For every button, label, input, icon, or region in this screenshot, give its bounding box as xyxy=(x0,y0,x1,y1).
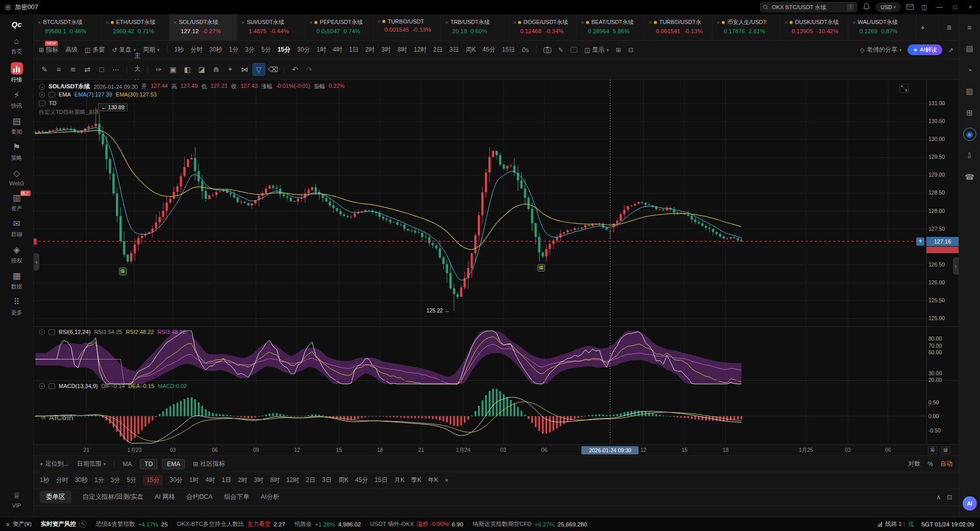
collapse-right-panel-handle[interactable]: › xyxy=(953,257,959,275)
ticker-tab-DOGE/USDT永续[interactable]: ×DOGE/USDT永续0.12468-0.34% xyxy=(509,14,577,40)
timeframe-30秒[interactable]: 30秒 xyxy=(209,45,222,54)
brush-tool-icon[interactable]: ✑ xyxy=(152,63,165,76)
close-tab-icon[interactable]: × xyxy=(445,20,448,25)
aicoin-logo[interactable]: Qc xyxy=(11,17,21,33)
ticker-tab-BTC/USDT永续[interactable]: ×BTC/USDT永续89580.10.46% xyxy=(34,14,102,40)
tab-list-icon[interactable]: ≣ xyxy=(939,14,959,40)
percent-scale-toggle[interactable]: % xyxy=(927,461,933,468)
risk-control-label[interactable]: 实时资产风控 ✎ xyxy=(41,520,87,528)
collapse-rsi-icon[interactable]: ⌄ xyxy=(39,329,45,335)
shape-tool-icon[interactable]: □ xyxy=(95,63,108,76)
edit-pencil-icon[interactable]: ✎ xyxy=(79,520,87,528)
ma-toggle[interactable]: MA xyxy=(122,461,132,468)
collapse-macd-icon[interactable]: ⌄ xyxy=(39,383,45,389)
timeframe-2时[interactable]: 2时 xyxy=(365,45,375,54)
timeframe-1分[interactable]: 1分 xyxy=(94,476,104,485)
timeframe-2日[interactable]: 2日 xyxy=(306,476,315,485)
expand-chart-icon[interactable] xyxy=(899,84,909,93)
sidebar-item-要闻[interactable]: ▤要闻 xyxy=(2,113,32,139)
zero-second-label[interactable]: 0s xyxy=(522,46,529,54)
timeframe-3分[interactable]: 3分 xyxy=(111,476,120,485)
more-tools-icon[interactable]: ⋯ xyxy=(109,63,122,76)
ai-robot-icon[interactable]: ◉ xyxy=(963,128,976,141)
panel-tab-合约DCA[interactable]: 合约DCA xyxy=(186,493,212,501)
time-axis[interactable]: 211月23030609121518211月2403061215181月2503… xyxy=(34,444,959,455)
timeframe-30分[interactable]: 30分 xyxy=(169,476,182,485)
status-metric[interactable]: OKX-BTC多空持仓人数比主力看空2.27 xyxy=(177,520,285,528)
sidebar-item-更多[interactable]: ⠿更多 xyxy=(2,294,32,320)
watchlist-icon[interactable]: ≡ xyxy=(963,20,976,34)
indicator-chip-EMA[interactable]: EMA xyxy=(162,459,185,469)
collapse-panel-icon[interactable]: ∧ xyxy=(936,493,941,501)
pin-tool-icon[interactable]: ⌖ xyxy=(224,63,237,76)
trendline-tool-icon[interactable]: ≡ xyxy=(52,63,65,76)
add-ticker-tab-button[interactable]: + xyxy=(916,14,929,40)
delete-drawing-icon[interactable]: ⌫ xyxy=(266,63,280,76)
link-tool-icon[interactable]: ⋈ xyxy=(238,63,251,76)
notifications-bell-icon[interactable] xyxy=(863,3,870,12)
panel-tab-自定义指标/回测/实盘[interactable]: 自定义指标/回测/实盘 xyxy=(83,493,143,501)
timeframe-15日[interactable]: 15日 xyxy=(502,45,515,54)
layout-grid-icon[interactable]: ⊞ xyxy=(616,46,621,54)
close-tab-icon[interactable]: × xyxy=(785,20,788,25)
assets-toggle[interactable]: ≡ 资产(¥) xyxy=(6,520,32,528)
ticker-tab-TRB/USDT永续[interactable]: ×TRB/USDT永续20.180.60% xyxy=(441,14,509,40)
share-icon[interactable]: ↗ xyxy=(948,46,953,54)
close-tab-icon[interactable]: × xyxy=(377,19,380,24)
multi-window-menu[interactable]: ◫多窗 xyxy=(85,45,105,54)
timeframe-30秒[interactable]: 30秒 xyxy=(75,476,88,485)
sidebar-item-Web3[interactable]: ◇Web3 xyxy=(2,165,32,189)
signal-marker-起爆[interactable]: 爆 xyxy=(537,264,545,272)
comment-icon[interactable]: ⋯ xyxy=(571,47,577,53)
close-tab-icon[interactable]: × xyxy=(309,20,312,25)
timeframe-3时[interactable]: 3时 xyxy=(381,45,391,54)
filter-tool-icon[interactable]: ▽ xyxy=(252,63,265,76)
download-icon[interactable]: ⇩ xyxy=(963,149,976,162)
draw-tool-icon[interactable]: ✎ xyxy=(558,46,564,54)
currency-selector[interactable]: USD▾ xyxy=(876,3,900,12)
timeframe-12时[interactable]: 12时 xyxy=(413,45,426,54)
magnet-tool-icon[interactable]: ⋒ xyxy=(209,63,223,76)
sidebar-item-行情[interactable]: 行情 xyxy=(2,59,32,87)
minimize-button[interactable]: — xyxy=(935,4,944,11)
wave-tool-icon[interactable]: ≋ xyxy=(66,63,80,76)
screenshot-camera-icon[interactable] xyxy=(544,46,551,53)
calculator-icon[interactable]: ⊞ xyxy=(963,106,976,119)
close-tab-icon[interactable]: × xyxy=(513,20,516,25)
collapse-ema-icon[interactable]: ⌄ xyxy=(39,91,45,98)
corner-toggle-爆[interactable]: 爆 xyxy=(941,446,950,454)
ticker-tab-SUI/USDT永续[interactable]: ×SUI/USDT永续1.4875-0.44% xyxy=(237,14,305,40)
timeframe-1分[interactable]: 1分 xyxy=(229,45,239,54)
status-metric[interactable]: USDT 场外-OKX溢价 -0.90%6.90 xyxy=(370,520,463,528)
close-tab-icon[interactable]: × xyxy=(38,20,41,25)
advanced-menu[interactable]: 高级 xyxy=(65,45,78,54)
global-search-input[interactable]: OKX BTC/USDT 永续 / xyxy=(760,2,857,12)
auto-scale-toggle[interactable]: 自动 xyxy=(940,460,952,468)
log-scale-toggle[interactable]: 对数 xyxy=(908,460,920,468)
app-menu-icon[interactable]: ⊞ xyxy=(5,4,11,11)
sidebar-item-首页[interactable]: ⌂首页 xyxy=(2,33,32,59)
panel-tab-组合下单[interactable]: 组合下单 xyxy=(224,493,250,501)
close-tab-icon[interactable]: × xyxy=(581,20,584,25)
timeframe-3日[interactable]: 3日 xyxy=(322,476,332,485)
ema-alert-icon[interactable]: ⋯ xyxy=(48,92,55,98)
timeframe-4时[interactable]: 4时 xyxy=(206,476,215,485)
timeframe-1日[interactable]: 1日 xyxy=(349,45,359,54)
panel-layout-icon[interactable]: ◫ xyxy=(920,4,929,11)
ticker-tab-BEAT/USDT永续[interactable]: ×BEAT/USDT永续0.289645.86% xyxy=(577,14,645,40)
arrow-tool-icon[interactable]: ⇄ xyxy=(81,63,94,76)
timeframe-4时[interactable]: 4时 xyxy=(333,45,342,54)
period-menu[interactable]: 周期▾ xyxy=(143,45,160,54)
community-indicators-button[interactable]: ⊞社区指标 xyxy=(193,460,225,468)
redo-icon[interactable]: ↷ xyxy=(303,63,316,76)
ticker-tab-SOL/USDT永续[interactable]: ×SOL/USDT永续127.12-0.27% xyxy=(169,14,237,40)
collapse-left-panel-handle[interactable]: ‹ xyxy=(34,253,39,271)
timeframe-8时[interactable]: 8时 xyxy=(270,476,280,485)
signal-marker-起爆[interactable]: 爆 xyxy=(119,268,127,275)
close-tab-icon[interactable]: × xyxy=(717,20,720,25)
replay-menu[interactable]: ↺复盘▾ xyxy=(112,45,136,54)
indicator-menu[interactable]: ⊞ 指标 NEW xyxy=(39,45,58,54)
timeframe-分时[interactable]: 分时 xyxy=(56,476,68,485)
sidebar-item-vip[interactable]: ♕ VIP xyxy=(2,487,32,512)
timeframe-1时[interactable]: 1时 xyxy=(316,45,326,54)
